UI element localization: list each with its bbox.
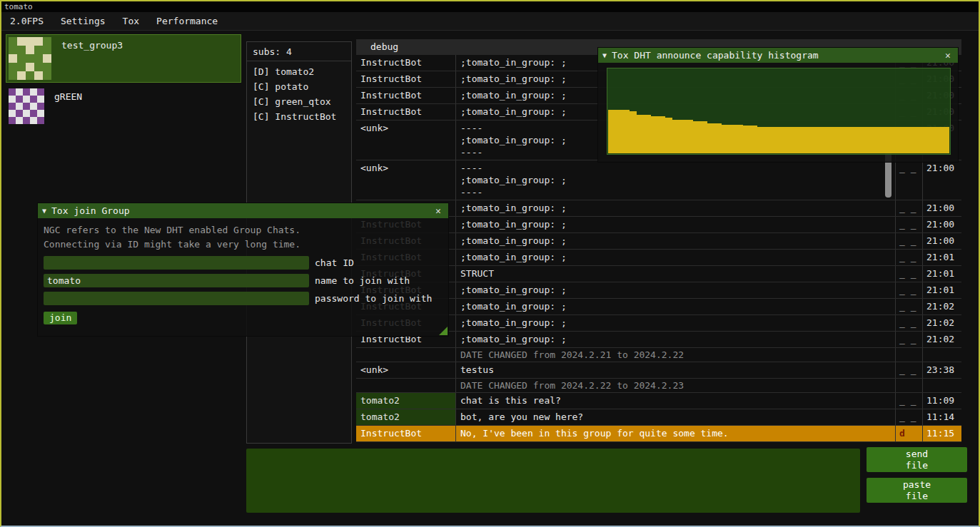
group-avatar-icon — [9, 88, 44, 124]
menu-item-2-0fps[interactable]: 2.0FPS — [1, 12, 52, 31]
message-input[interactable] — [246, 449, 860, 513]
histogram-bar — [807, 127, 814, 153]
message-text: ;tomato_in_group: ; — [456, 332, 896, 347]
histogram-bar — [899, 127, 906, 153]
message-time: 11:15 — [923, 426, 961, 441]
histogram-bar — [786, 127, 793, 153]
histogram-bar — [857, 127, 864, 153]
group-avatar-icon — [9, 37, 51, 80]
message-flags: _ _ — [896, 393, 923, 409]
message-sender — [356, 379, 456, 392]
histogram-bar — [864, 127, 871, 153]
date-changed-row[interactable]: DATE CHANGED from 2024.2.21 to 2024.2.22 — [356, 348, 961, 362]
histogram-bar — [878, 127, 885, 153]
message-flags: _ _ — [896, 282, 923, 298]
histogram-bar — [822, 127, 829, 153]
collapse-icon[interactable]: ▼ — [602, 51, 607, 59]
histogram-bar — [608, 110, 615, 153]
message-text: chat is this real? — [456, 393, 896, 409]
message-sender: InstructBot — [356, 104, 456, 120]
menu-item-tox[interactable]: Tox — [114, 12, 148, 31]
group-item-test-group3[interactable]: test_group3 — [6, 34, 241, 83]
message-text: DATE CHANGED from 2024.2.21 to 2024.2.22 — [456, 348, 896, 362]
collapse-icon[interactable]: ▼ — [42, 207, 46, 215]
chat-message-row[interactable]: <unk>---- ;tomato_in_group: ; ----_ _21:… — [356, 160, 961, 200]
join-field-row: password to join with — [44, 292, 443, 305]
message-flags: _ _ — [896, 299, 923, 314]
join-field-label: chat ID — [315, 257, 354, 268]
peer-item-d-tomato2[interactable]: [D] tomato2 — [247, 64, 351, 79]
join-group-body: NGC refers to the New DHT enabled Group … — [38, 218, 448, 329]
message-time: 21:01 — [923, 266, 961, 282]
message-time: 21:02 — [923, 332, 961, 347]
chat-message-row[interactable]: tomato2bot, are you new here?_ _11:14 — [356, 409, 961, 426]
join-fields: chat IDtomatoname to join withpassword t… — [44, 256, 443, 305]
histogram-bar — [658, 116, 665, 153]
histogram-bar — [885, 127, 892, 153]
chat-message-row[interactable]: InstructBotNo, I've been in this group f… — [356, 426, 961, 442]
histogram-bar — [693, 121, 700, 153]
date-changed-row[interactable]: DATE CHANGED from 2024.2.22 to 2024.2.23 — [356, 379, 961, 393]
send-file-button[interactable]: send file — [867, 447, 967, 472]
histogram-bar — [842, 127, 849, 153]
dht-histogram-title: Tox DHT announce capability histogram — [612, 50, 937, 61]
message-time: 21:01 — [923, 282, 961, 298]
histogram-bar — [836, 127, 843, 153]
peer-item-c-potato[interactable]: [C] potato — [247, 79, 351, 94]
histogram-bar — [772, 127, 779, 153]
close-icon[interactable]: ✕ — [433, 205, 444, 216]
histogram-bar — [750, 126, 757, 153]
histogram-bar — [686, 120, 693, 153]
message-sender: InstructBot — [356, 55, 456, 71]
histogram-bar — [700, 121, 707, 153]
menu-item-settings[interactable]: Settings — [52, 12, 114, 31]
peer-item-c-instructbot[interactable]: [C] InstructBot — [247, 109, 351, 124]
group-list: test_group3gREEN — [6, 34, 241, 130]
close-icon[interactable]: ✕ — [942, 50, 954, 61]
message-sender: InstructBot — [356, 88, 456, 103]
message-time: 11:09 — [923, 393, 961, 409]
message-time: 21:00 — [923, 233, 961, 249]
message-sender: tomato2 — [356, 409, 456, 425]
message-flags: d — [896, 426, 923, 441]
join-button[interactable]: join — [44, 312, 77, 324]
histogram-bar — [736, 125, 743, 153]
join-input-password-to-join-with[interactable] — [44, 292, 309, 305]
message-flags: _ _ — [896, 362, 923, 378]
message-time: 21:02 — [923, 315, 961, 331]
menu-item-performance[interactable]: Performance — [148, 12, 226, 31]
message-time: 21:00 — [923, 217, 961, 232]
join-input-chat-id[interactable] — [44, 256, 309, 270]
resize-grip-icon[interactable] — [439, 327, 448, 335]
join-field-label: name to join with — [315, 275, 410, 286]
message-text: bot, are you new here? — [456, 409, 896, 425]
message-flags — [896, 379, 923, 392]
dht-histogram-titlebar[interactable]: ▼ Tox DHT announce capability histogram … — [598, 48, 958, 63]
message-flags: _ _ — [896, 266, 923, 282]
message-sender: <unk> — [356, 121, 456, 160]
peer-item-c-green-qtox[interactable]: [C] green_qtox — [247, 94, 351, 109]
message-time — [923, 379, 961, 392]
message-text: ;tomato_in_group: ; — [456, 282, 896, 298]
message-time: 21:02 — [923, 299, 961, 314]
message-flags: _ _ — [896, 200, 923, 216]
chat-message-row[interactable]: <unk>testus_ _23:38 — [356, 362, 961, 379]
paste-file-button[interactable]: paste file — [867, 478, 967, 503]
message-text: ---- ;tomato_in_group: ; ---- — [456, 160, 896, 200]
histogram-bar — [637, 115, 644, 153]
message-flags: _ _ — [896, 250, 923, 265]
histogram-bar — [622, 110, 630, 153]
histogram-bar — [672, 120, 680, 153]
os-window-title: tomato — [1, 1, 979, 12]
message-flags: _ _ — [896, 409, 923, 425]
histogram-bar — [779, 127, 786, 153]
message-sender: InstructBot — [356, 426, 456, 441]
join-group-titlebar[interactable]: ▼ Tox join Group ✕ — [38, 203, 448, 218]
chat-message-row[interactable]: tomato2chat is this real?_ _11:09 — [356, 393, 961, 409]
message-sender: <unk> — [356, 160, 456, 200]
message-sender: tomato2 — [356, 393, 456, 409]
join-input-name-to-join-with[interactable]: tomato — [44, 274, 309, 287]
message-flags: _ _ — [896, 217, 923, 232]
message-flags: _ _ — [896, 233, 923, 249]
group-item-green[interactable]: gREEN — [6, 86, 241, 127]
